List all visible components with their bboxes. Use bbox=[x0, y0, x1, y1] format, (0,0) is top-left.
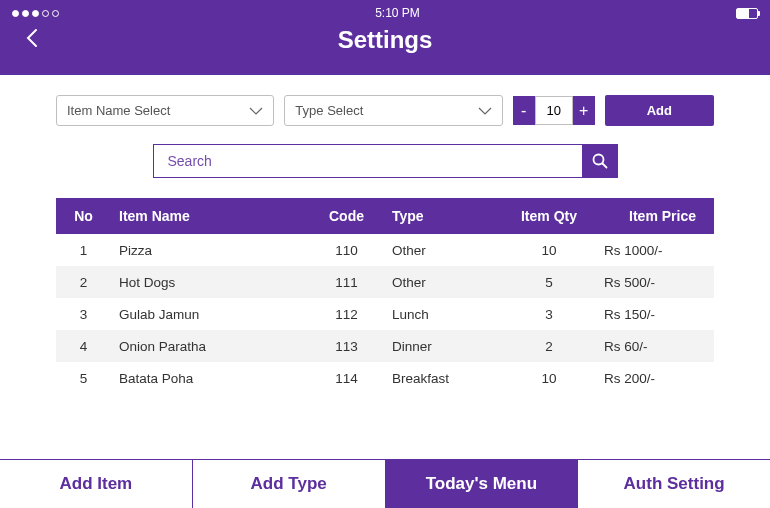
items-table: No Item Name Code Type Item Qty Item Pri… bbox=[56, 198, 714, 394]
svg-line-1 bbox=[602, 164, 606, 168]
cell-name: Batata Poha bbox=[111, 362, 309, 394]
item-name-select-label: Item Name Select bbox=[67, 103, 170, 118]
cell-name: Pizza bbox=[111, 234, 309, 266]
cell-code: 112 bbox=[309, 298, 384, 330]
back-button[interactable] bbox=[25, 28, 38, 52]
th-no: No bbox=[56, 198, 111, 234]
table-row[interactable]: 5Batata Poha114Breakfast10Rs 200/- bbox=[56, 362, 714, 394]
table-row[interactable]: 1Pizza110Other10Rs 1000/- bbox=[56, 234, 714, 266]
th-type: Type bbox=[384, 198, 494, 234]
tab-add-item[interactable]: Add Item bbox=[0, 460, 193, 508]
battery-icon bbox=[736, 8, 758, 19]
qty-input[interactable] bbox=[535, 96, 573, 125]
cell-price: Rs 150/- bbox=[604, 298, 714, 330]
add-button[interactable]: Add bbox=[605, 95, 714, 126]
controls-row: Item Name Select Type Select - + Add bbox=[56, 95, 714, 126]
status-bar: 5:10 PM bbox=[0, 0, 770, 26]
app-header: 5:10 PM Settings bbox=[0, 0, 770, 75]
qty-decrement-button[interactable]: - bbox=[513, 96, 535, 125]
cell-type: Breakfast bbox=[384, 362, 494, 394]
signal-dots bbox=[12, 10, 59, 17]
cell-type: Other bbox=[384, 266, 494, 298]
cell-code: 111 bbox=[309, 266, 384, 298]
cell-price: Rs 1000/- bbox=[604, 234, 714, 266]
th-qty: Item Qty bbox=[494, 198, 604, 234]
cell-name: Gulab Jamun bbox=[111, 298, 309, 330]
tab-add-type[interactable]: Add Type bbox=[193, 460, 386, 508]
cell-no: 2 bbox=[56, 266, 111, 298]
cell-code: 113 bbox=[309, 330, 384, 362]
cell-no: 1 bbox=[56, 234, 111, 266]
cell-code: 110 bbox=[309, 234, 384, 266]
item-name-select[interactable]: Item Name Select bbox=[56, 95, 274, 126]
cell-name: Hot Dogs bbox=[111, 266, 309, 298]
main-content: Item Name Select Type Select - + Add No … bbox=[0, 75, 770, 394]
th-price: Item Price bbox=[604, 198, 714, 234]
type-select-label: Type Select bbox=[295, 103, 363, 118]
search-input[interactable] bbox=[153, 144, 582, 178]
qty-increment-button[interactable]: + bbox=[573, 96, 595, 125]
cell-price: Rs 60/- bbox=[604, 330, 714, 362]
search-row bbox=[56, 144, 714, 178]
table-row[interactable]: 4Onion Paratha113Dinner2Rs 60/- bbox=[56, 330, 714, 362]
quantity-stepper: - + bbox=[513, 96, 595, 125]
th-name: Item Name bbox=[111, 198, 309, 234]
type-select[interactable]: Type Select bbox=[284, 95, 502, 126]
table-row[interactable]: 3Gulab Jamun112Lunch3Rs 150/- bbox=[56, 298, 714, 330]
bottom-tabs: Add Item Add Type Today's Menu Auth Sett… bbox=[0, 459, 770, 508]
status-time: 5:10 PM bbox=[375, 6, 420, 20]
page-title: Settings bbox=[0, 26, 770, 54]
cell-price: Rs 500/- bbox=[604, 266, 714, 298]
tab-auth-setting[interactable]: Auth Setting bbox=[578, 460, 770, 508]
cell-qty: 3 bbox=[494, 298, 604, 330]
cell-no: 5 bbox=[56, 362, 111, 394]
chevron-down-icon bbox=[478, 107, 492, 115]
tab-todays-menu[interactable]: Today's Menu bbox=[386, 460, 579, 508]
cell-name: Onion Paratha bbox=[111, 330, 309, 362]
cell-type: Other bbox=[384, 234, 494, 266]
cell-price: Rs 200/- bbox=[604, 362, 714, 394]
cell-type: Dinner bbox=[384, 330, 494, 362]
cell-qty: 5 bbox=[494, 266, 604, 298]
chevron-down-icon bbox=[249, 107, 263, 115]
cell-no: 4 bbox=[56, 330, 111, 362]
search-button[interactable] bbox=[582, 144, 618, 178]
table-header-row: No Item Name Code Type Item Qty Item Pri… bbox=[56, 198, 714, 234]
cell-qty: 10 bbox=[494, 234, 604, 266]
table-row[interactable]: 2Hot Dogs111Other5Rs 500/- bbox=[56, 266, 714, 298]
search-icon bbox=[592, 153, 608, 169]
cell-qty: 10 bbox=[494, 362, 604, 394]
th-code: Code bbox=[309, 198, 384, 234]
cell-code: 114 bbox=[309, 362, 384, 394]
cell-no: 3 bbox=[56, 298, 111, 330]
cell-type: Lunch bbox=[384, 298, 494, 330]
cell-qty: 2 bbox=[494, 330, 604, 362]
